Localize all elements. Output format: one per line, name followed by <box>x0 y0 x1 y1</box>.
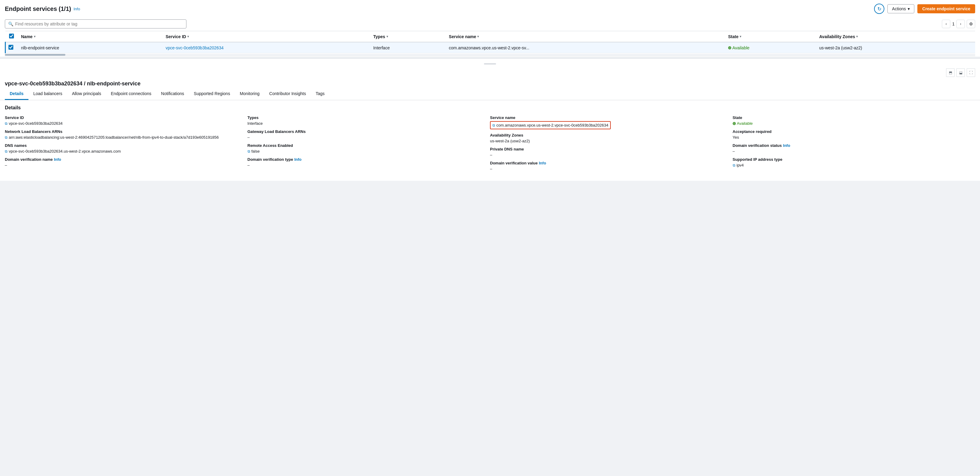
supported-ip-type-label: Supported IP address type <box>733 157 970 162</box>
tab-monitoring[interactable]: Monitoring <box>235 88 264 100</box>
details-grid: Service ID ⧉ vpce-svc-0ceb593b3ba202634 … <box>5 115 975 176</box>
search-bar-row: 🔍 ‹ 1 › ⚙ <box>5 17 975 31</box>
state-value: Available <box>733 121 970 126</box>
sort-state-icon[interactable]: ▾ <box>740 35 741 38</box>
detail-col-1: Service ID ⧉ vpce-svc-0ceb593b3ba202634 … <box>5 115 248 176</box>
sort-service-name-icon[interactable]: ▾ <box>477 35 479 38</box>
domain-verification-name-value: – <box>5 163 243 167</box>
col-availability-zones: Availability Zones ▾ <box>816 31 975 42</box>
domain-verification-status-label: Domain verification status Info <box>733 143 970 148</box>
pagination-prev-button[interactable]: ‹ <box>942 20 950 28</box>
tab-notifications[interactable]: Notifications <box>156 88 189 100</box>
domain-verification-type-value: – <box>248 163 485 167</box>
col-types: Types ▾ <box>369 31 445 42</box>
col-service-id: Service ID ▾ <box>162 31 369 42</box>
row-checkbox-cell[interactable] <box>5 42 18 53</box>
create-endpoint-service-button[interactable]: Create endpoint service <box>917 4 975 13</box>
nlb-arns-label: Network Load Balancers ARNs <box>5 129 243 134</box>
detail-col-2: Types Interface Gateway Load Balancers A… <box>248 115 490 176</box>
row-service-id: vpce-svc-0ceb593b3ba202634 <box>162 42 369 53</box>
types-value: Interface <box>248 121 485 126</box>
dns-names-value: ⧉ vpce-svc-0ceb593b3ba202634.us-west-2.v… <box>5 149 243 153</box>
top-panel: Endpoint services (1/1) Info ↻ Actions ▾… <box>0 0 980 57</box>
sort-types-icon[interactable]: ▾ <box>387 35 388 38</box>
search-icon: 🔍 <box>8 22 13 26</box>
table-container: Name ▾ Service ID ▾ Types ▾ <box>5 31 975 57</box>
refresh-button[interactable]: ↻ <box>874 4 885 14</box>
availability-zones-value: us-west-2a (usw2-az2) <box>490 139 728 143</box>
header-info-link[interactable]: Info <box>73 7 80 11</box>
endpoint-services-table: Name ▾ Service ID ▾ Types ▾ <box>5 31 975 53</box>
domain-verification-value-label: Domain verification value Info <box>490 161 728 166</box>
copy-dns-names-icon[interactable]: ⧉ <box>5 149 8 153</box>
row-az: us-west-2a (usw2-az2) <box>816 42 975 53</box>
panel-title: vpce-svc-0ceb593b3ba202634 / nlb-endpoin… <box>5 81 140 87</box>
domain-verification-value-info-link[interactable]: Info <box>539 161 546 166</box>
copy-nlb-arns-icon[interactable]: ⧉ <box>5 135 8 140</box>
copy-service-name-icon[interactable]: ⧉ <box>492 123 495 127</box>
horizontal-scrollbar[interactable] <box>5 54 975 56</box>
panel-header: Endpoint services (1/1) Info ↻ Actions ▾… <box>5 4 975 14</box>
row-name: nlb-endpoint-service <box>18 42 162 53</box>
tab-details[interactable]: Details <box>5 88 29 100</box>
panel-expand-button[interactable]: ⛶ <box>967 68 975 77</box>
domain-verification-name-info-link[interactable]: Info <box>54 157 61 162</box>
acceptance-required-section: Acceptance required Yes <box>733 129 970 140</box>
actions-label: Actions <box>892 6 906 11</box>
tab-allow-principals[interactable]: Allow principals <box>67 88 106 100</box>
select-all-header[interactable] <box>5 31 18 42</box>
panel-split-horizontal-button[interactable]: ⬒ <box>946 68 955 77</box>
sort-service-id-icon[interactable]: ▾ <box>187 35 189 38</box>
tab-tags[interactable]: Tags <box>311 88 329 100</box>
scrollbar-thumb[interactable] <box>5 54 65 56</box>
actions-button[interactable]: Actions ▾ <box>888 4 914 13</box>
domain-verification-type-info-link[interactable]: Info <box>294 157 301 162</box>
sort-az-icon[interactable]: ▾ <box>856 35 858 38</box>
select-all-checkbox[interactable] <box>9 33 14 38</box>
tab-endpoint-connections[interactable]: Endpoint connections <box>106 88 156 100</box>
search-input[interactable] <box>15 22 183 26</box>
panel-drag-handle[interactable] <box>0 59 980 67</box>
search-input-wrap[interactable]: 🔍 <box>5 19 186 29</box>
gateway-lb-arns-section: Gateway Load Balancers ARNs – <box>248 129 485 140</box>
tab-supported-regions[interactable]: Supported Regions <box>189 88 235 100</box>
domain-verification-status-info-link[interactable]: Info <box>783 143 790 148</box>
table-body: nlb-endpoint-service vpce-svc-0ceb593b3b… <box>5 42 975 53</box>
domain-verification-type-label: Domain verification type Info <box>248 157 485 162</box>
prev-icon: ‹ <box>945 22 947 26</box>
remote-access-value: ⧉ false <box>248 149 485 153</box>
remote-access-section: Remote Access Enabled ⧉ false <box>248 143 485 153</box>
table-header: Name ▾ Service ID ▾ Types ▾ <box>5 31 975 42</box>
split-h-icon: ⬒ <box>949 70 952 75</box>
tabs-row: Details Load balancers Allow principals … <box>0 88 980 100</box>
row-checkbox[interactable] <box>8 45 13 50</box>
sort-name-icon[interactable]: ▾ <box>34 35 35 38</box>
copy-ip-type-icon[interactable]: ⧉ <box>733 163 735 167</box>
pagination-current: 1 <box>952 22 955 26</box>
nlb-arns-section: Network Load Balancers ARNs ⧉ arn:aws:el… <box>5 129 243 140</box>
supported-ip-type-value: ⧉ ipv4 <box>733 163 970 167</box>
service-name-value-highlighted: ⧉ com.amazonaws.vpce.us-west-2.vpce-svc-… <box>490 121 728 129</box>
copy-service-id-icon[interactable]: ⧉ <box>5 121 8 126</box>
tab-load-balancers[interactable]: Load balancers <box>29 88 67 100</box>
state-available-icon <box>733 122 736 125</box>
row-service-id-link[interactable]: vpce-svc-0ceb593b3ba202634 <box>165 45 223 50</box>
domain-verification-name-label: Domain verification name Info <box>5 157 243 162</box>
actions-area: ↻ Actions ▾ Create endpoint service <box>874 4 975 14</box>
table-row[interactable]: nlb-endpoint-service vpce-svc-0ceb593b3b… <box>5 42 975 53</box>
detail-col-4: State Available Acceptance required Yes … <box>733 115 975 176</box>
row-service-name: com.amazonaws.vpce.us-west-2.vpce-sv... <box>445 42 725 53</box>
domain-verification-type-section: Domain verification type Info – <box>248 157 485 167</box>
panel-split-vertical-button[interactable]: ⬓ <box>956 68 965 77</box>
table-settings-button[interactable]: ⚙ <box>967 20 975 28</box>
tab-contributor-insights[interactable]: Contributor Insights <box>264 88 311 100</box>
remote-access-label: Remote Access Enabled <box>248 143 485 148</box>
copy-remote-access-icon[interactable]: ⧉ <box>248 149 250 153</box>
pagination-next-button[interactable]: › <box>956 20 965 28</box>
domain-verification-value-section: Domain verification value Info – <box>490 161 728 171</box>
refresh-icon: ↻ <box>877 6 881 12</box>
service-name-highlighted-box: ⧉ com.amazonaws.vpce.us-west-2.vpce-svc-… <box>490 121 611 129</box>
domain-verification-status-section: Domain verification status Info – <box>733 143 970 153</box>
col-service-name: Service name ▾ <box>445 31 725 42</box>
next-icon: › <box>960 22 961 26</box>
